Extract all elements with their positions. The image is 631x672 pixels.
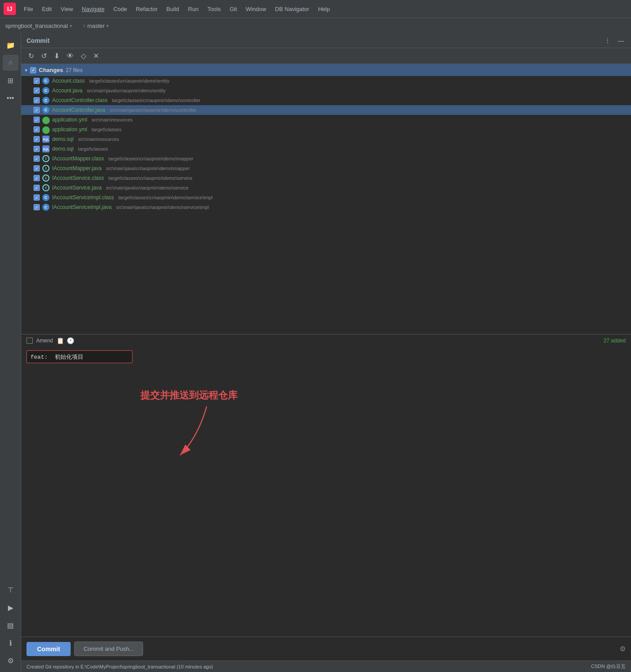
diff-button[interactable]: 👁 [65, 51, 76, 61]
changes-label: Changes [39, 67, 63, 73]
menu-build[interactable]: Build [163, 4, 183, 14]
file-item[interactable]: ✓IIAccountMapper.classtarget\classes\cn\… [21, 154, 631, 163]
file-path-label: src\main\java\cn\aopmin\demo\controller [110, 107, 196, 113]
amend-note-icon[interactable]: 📋 [57, 337, 64, 344]
file-path-label: target\classes\cn\aopmin\demo\entity [89, 78, 170, 84]
sidebar-settings-icon[interactable]: ⚙ [3, 653, 19, 668]
menu-file[interactable]: File [20, 4, 37, 14]
file-checkbox[interactable]: ✓ [34, 126, 40, 133]
file-item[interactable]: ✓CIAccountServiceImpl.javasrc\main\java\… [21, 202, 631, 212]
file-item[interactable]: ✓IIAccountMapper.javasrc\main\java\cn\ao… [21, 163, 631, 173]
file-type-icon: C [42, 77, 49, 84]
commit-push-button[interactable]: Commit and Push... [74, 642, 143, 656]
commit-settings-icon[interactable]: ⚙ [620, 645, 626, 653]
file-path-label: src\main\java\cn\aopmin\demo\mapper [106, 166, 190, 171]
status-right-text: CSDN @白豆五 [591, 663, 626, 670]
file-checkbox[interactable]: ✓ [34, 136, 40, 142]
panel-minimize-icon[interactable]: — [616, 36, 626, 45]
file-checkbox[interactable]: ✓ [34, 204, 40, 210]
file-checkbox[interactable]: ✓ [34, 97, 40, 103]
menu-navigate[interactable]: Navigate [78, 4, 108, 14]
file-checkbox[interactable]: ✓ [34, 185, 40, 191]
file-item[interactable]: ✓⬤application.ymltarget\classes [21, 125, 631, 134]
project-selector[interactable]: springboot_transactional ▾ [5, 23, 72, 29]
menu-help[interactable]: Help [314, 4, 333, 14]
file-item[interactable]: ✓⬤application.ymlsrc\main\resources [21, 115, 631, 125]
menu-db-navigator[interactable]: DB Navigator [272, 4, 313, 14]
status-left-text: Created Git repository in E:\Code\MyProj… [26, 664, 213, 669]
file-checkbox[interactable]: ✓ [34, 156, 40, 162]
sidebar-structure-icon[interactable]: ⊞ [3, 72, 19, 88]
file-item[interactable]: ✓CAccountController.classtarget\classes\… [21, 95, 631, 105]
file-path-label: src\main\java\cn\aopmin\demo\entity [87, 88, 166, 93]
file-checkbox[interactable]: ✓ [34, 146, 40, 152]
file-item[interactable]: ✓SQLdemo.sqlsrc\main\resources [21, 134, 631, 144]
file-name-label: Account.java [52, 87, 83, 94]
branch-icon: ⑂ [83, 23, 86, 29]
move-button[interactable]: ◇ [79, 51, 88, 61]
branch-name-label: master [87, 23, 105, 29]
menu-code[interactable]: Code [110, 4, 131, 14]
file-item[interactable]: ✓SQLdemo.sqltarget\classes [21, 144, 631, 154]
discard-button[interactable]: ✕ [91, 51, 101, 61]
menu-window[interactable]: Window [242, 4, 270, 14]
sidebar-commit-icon[interactable]: ⑃ [3, 55, 19, 71]
undo-button[interactable]: ↺ [39, 51, 49, 61]
file-path-label: src\main\resources [78, 137, 119, 142]
commit-message-input[interactable] [26, 350, 132, 363]
file-checkbox[interactable]: ✓ [34, 78, 40, 84]
file-path-label: target\classes [91, 127, 121, 132]
file-name-label: IAccountServiceImpl.java [52, 204, 112, 210]
panel-more-icon[interactable]: ⋮ [603, 36, 612, 45]
file-name-label: IAccountMapper.java [52, 165, 102, 171]
file-type-icon: ⬤ [42, 116, 49, 123]
file-type-icon: C [42, 194, 49, 201]
file-item[interactable]: ✓CAccount.classtarget\classes\cn\aopmin\… [21, 76, 631, 86]
file-name-label: IAccountService.java [52, 185, 102, 191]
refresh-button[interactable]: ↻ [26, 51, 36, 61]
file-item[interactable]: ✓CAccountController.javasrc\main\java\cn… [21, 105, 631, 115]
menu-view[interactable]: View [57, 4, 76, 14]
sidebar-terminal-icon[interactable]: ⊤ [3, 582, 19, 598]
annotation-arrow [171, 402, 233, 464]
file-item[interactable]: ✓CIAccountServiceImpl.classtarget\classe… [21, 193, 631, 202]
file-checkbox[interactable]: ✓ [34, 175, 40, 181]
file-item[interactable]: ✓IIAccountService.javasrc\main\java\cn\a… [21, 183, 631, 193]
amend-label: Amend [36, 338, 53, 344]
sidebar-info-icon[interactable]: ℹ [3, 635, 19, 651]
commit-button[interactable]: Commit [26, 642, 71, 656]
changes-header[interactable]: ▾ ✓ Changes 27 files [21, 64, 631, 76]
file-checkbox[interactable]: ✓ [34, 107, 40, 113]
file-path-label: target\classes\cn\aopmin\demo\service [108, 175, 192, 181]
download-button[interactable]: ⬇ [52, 51, 61, 61]
menu-refactor[interactable]: Refactor [132, 4, 161, 14]
file-checkbox[interactable]: ✓ [34, 194, 40, 201]
file-item[interactable]: ✓IIAccountService.classtarget\classes\cn… [21, 173, 631, 183]
amend-checkbox[interactable] [26, 338, 33, 344]
file-path-label: src\main\java\cn\aopmin\demo\service [106, 185, 189, 190]
branch-selector[interactable]: ⑂ master ▾ [83, 23, 109, 29]
commit-buttons-row: Commit Commit and Push... ⚙ [21, 637, 631, 661]
amend-bar: Amend 📋 🕐 27 added [21, 334, 631, 347]
menu-bar: IJ File Edit View Navigate Code Refactor… [0, 0, 631, 18]
sidebar-more-icon[interactable]: ••• [3, 90, 19, 106]
changes-section[interactable]: ▾ ✓ Changes 27 files ✓CAccount.classtarg… [21, 64, 631, 334]
menu-tools[interactable]: Tools [204, 4, 224, 14]
menu-edit[interactable]: Edit [38, 4, 55, 14]
menu-run[interactable]: Run [185, 4, 202, 14]
project-chevron-icon: ▾ [70, 23, 72, 28]
added-count: 27 added [604, 338, 626, 344]
file-item[interactable]: ✓CAccount.javasrc\main\java\cn\aopmin\de… [21, 86, 631, 95]
file-checkbox[interactable]: ✓ [34, 117, 40, 123]
file-type-icon: I [42, 175, 49, 182]
sidebar-run-icon[interactable]: ▶ [3, 600, 19, 615]
sidebar-folder-icon[interactable]: 📁 [3, 37, 19, 53]
menu-git[interactable]: Git [226, 4, 241, 14]
file-type-icon: I [42, 184, 49, 191]
file-checkbox[interactable]: ✓ [34, 165, 40, 171]
sidebar-console-icon[interactable]: ▤ [3, 617, 19, 633]
amend-history-icon[interactable]: 🕐 [67, 337, 74, 344]
file-checkbox[interactable]: ✓ [34, 87, 40, 94]
project-name-label: springboot_transactional [5, 23, 68, 29]
changes-checkbox[interactable]: ✓ [30, 67, 36, 73]
